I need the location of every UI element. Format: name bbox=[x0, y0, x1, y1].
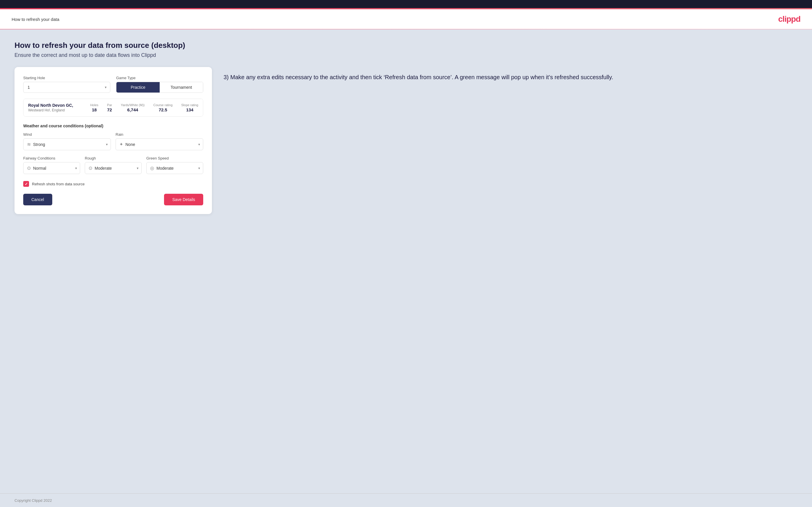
breadcrumb: How to refresh your data bbox=[12, 17, 59, 22]
footer: Copyright Clippd 2022 bbox=[0, 493, 812, 507]
holes-value: 18 bbox=[90, 107, 98, 112]
conditions-title: Weather and course conditions (optional) bbox=[23, 123, 203, 128]
game-type-buttons: Practice Tournament bbox=[116, 82, 203, 93]
yards-value: 6,744 bbox=[121, 107, 145, 112]
game-type-label: Game Type bbox=[116, 76, 203, 80]
holes-stat: Holes 18 bbox=[90, 103, 98, 112]
rain-select[interactable]: ✦ None Light Heavy ▾ bbox=[115, 138, 203, 150]
course-location: Westward Ho!, England bbox=[28, 108, 90, 112]
wind-label: Wind bbox=[23, 132, 111, 136]
practice-button[interactable]: Practice bbox=[116, 82, 160, 93]
wind-dropdown[interactable]: Strong Light None bbox=[33, 142, 107, 147]
green-speed-icon: ◎ bbox=[150, 165, 154, 171]
page-heading: How to refresh your data from source (de… bbox=[14, 41, 798, 50]
slope-rating-stat: Slope rating 134 bbox=[181, 103, 198, 112]
conditions-grid: Wind ≋ Strong Light None ▾ Rain ✦ bbox=[23, 132, 203, 150]
slope-rating-value: 134 bbox=[181, 107, 198, 112]
top-bar bbox=[0, 0, 812, 8]
action-row: Cancel Save Details bbox=[23, 194, 203, 205]
checkbox-row: Refresh shots from data source bbox=[23, 181, 203, 187]
starting-hole-select[interactable]: 1 2 10 ▾ bbox=[23, 82, 110, 93]
starting-hole-dropdown[interactable]: 1 2 10 bbox=[28, 85, 106, 90]
game-type-group: Game Type Practice Tournament bbox=[116, 76, 203, 93]
rain-icon: ✦ bbox=[119, 142, 123, 147]
main-content: How to refresh your data from source (de… bbox=[0, 29, 812, 493]
conditions-grid-3: Fairway Conditions ⊙ Normal Soft Hard ▾ … bbox=[23, 156, 203, 174]
refresh-label: Refresh shots from data source bbox=[32, 182, 85, 186]
page-subtitle: Ensure the correct and most up to date d… bbox=[14, 52, 798, 58]
par-value: 72 bbox=[107, 107, 112, 112]
rain-label: Rain bbox=[115, 132, 203, 136]
par-stat: Par 72 bbox=[107, 103, 112, 112]
wind-select[interactable]: ≋ Strong Light None ▾ bbox=[23, 138, 111, 150]
course-rating-stat: Course rating 72.5 bbox=[153, 103, 172, 112]
rough-select[interactable]: ⊙ Moderate Light Heavy ▾ bbox=[85, 162, 142, 174]
wind-group: Wind ≋ Strong Light None ▾ bbox=[23, 132, 111, 150]
fairway-icon: ⊙ bbox=[27, 165, 31, 171]
form-card: Starting Hole 1 2 10 ▾ Game Type Practic… bbox=[14, 67, 212, 214]
starting-hole-label: Starting Hole bbox=[23, 76, 110, 80]
green-speed-group: Green Speed ◎ Moderate Slow Fast ▾ bbox=[146, 156, 203, 174]
top-form-row: Starting Hole 1 2 10 ▾ Game Type Practic… bbox=[23, 76, 203, 93]
starting-hole-group: Starting Hole 1 2 10 ▾ bbox=[23, 76, 110, 93]
course-name: Royal North Devon GC, bbox=[28, 103, 90, 108]
green-speed-select[interactable]: ◎ Moderate Slow Fast ▾ bbox=[146, 162, 203, 174]
par-label: Par bbox=[107, 103, 112, 107]
rough-icon: ⊙ bbox=[89, 165, 92, 171]
logo: clippd bbox=[778, 14, 800, 24]
copyright: Copyright Clippd 2022 bbox=[14, 498, 52, 503]
green-speed-dropdown[interactable]: Moderate Slow Fast bbox=[156, 166, 199, 171]
side-note-text: 3) Make any extra edits necessary to the… bbox=[223, 73, 798, 82]
fairway-group: Fairway Conditions ⊙ Normal Soft Hard ▾ bbox=[23, 156, 80, 174]
yards-stat: Yards/White (M)) 6,744 bbox=[121, 103, 145, 112]
side-note: 3) Make any extra edits necessary to the… bbox=[223, 67, 798, 82]
holes-label: Holes bbox=[90, 103, 98, 107]
course-table: Royal North Devon GC, Westward Ho!, Engl… bbox=[23, 99, 203, 117]
wind-icon: ≋ bbox=[27, 142, 31, 147]
cancel-button[interactable]: Cancel bbox=[23, 194, 52, 205]
rain-dropdown[interactable]: None Light Heavy bbox=[125, 142, 199, 147]
slope-rating-label: Slope rating bbox=[181, 103, 198, 107]
course-info: Royal North Devon GC, Westward Ho!, Engl… bbox=[28, 103, 90, 112]
rough-dropdown[interactable]: Moderate Light Heavy bbox=[95, 166, 138, 171]
course-row: Royal North Devon GC, Westward Ho!, Engl… bbox=[23, 99, 203, 116]
header: How to refresh your data clippd bbox=[0, 9, 812, 29]
rough-group: Rough ⊙ Moderate Light Heavy ▾ bbox=[85, 156, 142, 174]
fairway-dropdown[interactable]: Normal Soft Hard bbox=[33, 166, 77, 171]
tournament-button[interactable]: Tournament bbox=[160, 82, 203, 93]
rain-group: Rain ✦ None Light Heavy ▾ bbox=[115, 132, 203, 150]
green-speed-label: Green Speed bbox=[146, 156, 203, 160]
yards-label: Yards/White (M)) bbox=[121, 103, 145, 107]
rough-label: Rough bbox=[85, 156, 142, 160]
fairway-label: Fairway Conditions bbox=[23, 156, 80, 160]
course-rating-value: 72.5 bbox=[153, 107, 172, 112]
fairway-select[interactable]: ⊙ Normal Soft Hard ▾ bbox=[23, 162, 80, 174]
course-stats: Holes 18 Par 72 Yards/White (M)) 6,744 bbox=[90, 103, 198, 112]
save-button[interactable]: Save Details bbox=[164, 194, 203, 205]
content-row: Starting Hole 1 2 10 ▾ Game Type Practic… bbox=[14, 67, 798, 214]
refresh-checkbox[interactable] bbox=[23, 181, 29, 187]
course-rating-label: Course rating bbox=[153, 103, 172, 107]
